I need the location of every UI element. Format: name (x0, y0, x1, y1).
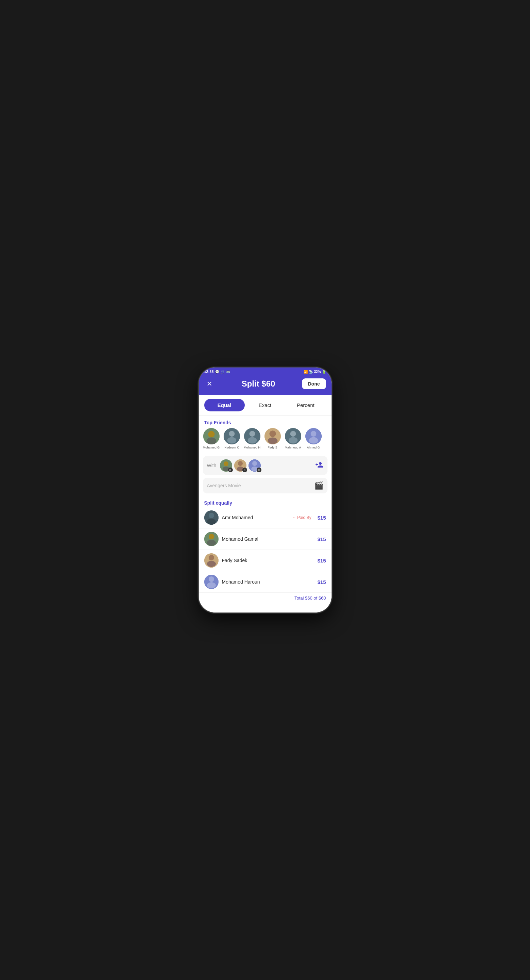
done-button[interactable]: Done (302, 379, 326, 389)
svg-point-32 (207, 540, 216, 546)
expense-field[interactable]: Avengers Movie 🎬 (203, 478, 328, 493)
tab-percent[interactable]: Percent (285, 399, 326, 411)
friend-name: Nadeem K (224, 446, 239, 449)
person-name: Amr Mohamed (222, 515, 289, 520)
avatar (204, 511, 218, 525)
top-friends-title: Top Friends (199, 416, 331, 428)
selected-person-1[interactable]: ✕ (220, 460, 232, 472)
paid-by-label: ← Paid By (292, 515, 311, 520)
header-title: Split $60 (242, 379, 275, 388)
total-label: Total $60 of $60 (294, 595, 326, 601)
remove-badge[interactable]: ✕ (242, 468, 247, 472)
svg-point-10 (269, 430, 276, 437)
selected-person-2[interactable]: ✕ (234, 460, 247, 472)
list-item[interactable]: Mahmoud A (285, 428, 302, 449)
arrow-left-icon: ← (292, 515, 296, 520)
avatar (224, 428, 240, 444)
person-amount: $15 (317, 536, 326, 542)
tab-equal[interactable]: Equal (204, 399, 245, 411)
whatsapp-icon: 💬 (215, 370, 219, 374)
svg-point-17 (309, 437, 318, 443)
vr-icon: 🥽 (226, 370, 230, 374)
list-item[interactable]: Nadeem K (223, 428, 240, 449)
remove-badge[interactable]: ✕ (228, 468, 233, 472)
total-footer: Total $60 of $60 (199, 593, 331, 605)
selected-person-3[interactable]: ✕ (248, 460, 261, 472)
remove-badge[interactable]: ✕ (257, 468, 261, 472)
person-amount: $15 (317, 515, 326, 520)
list-item[interactable]: Mohamed H (244, 428, 261, 449)
with-field[interactable]: With ✕ (203, 456, 328, 475)
wifi-icon: 📶 (304, 370, 308, 374)
avatar (204, 532, 218, 546)
person-name: Mohamed Haroun (222, 579, 312, 585)
content-area: Equal Exact Percent Top Friends (199, 395, 331, 612)
svg-point-25 (252, 461, 257, 466)
list-item[interactable]: Mohamed G (203, 428, 220, 449)
expense-placeholder: Avengers Movie (207, 483, 241, 488)
avatar (264, 428, 281, 444)
avatar (204, 553, 218, 568)
svg-point-35 (207, 561, 216, 567)
svg-point-7 (249, 431, 255, 437)
person-amount: $15 (317, 579, 326, 585)
status-left: 12:35 💬 🛒 🥽 (204, 369, 230, 374)
signal-icon: 📡 (309, 370, 313, 374)
svg-point-4 (229, 431, 234, 437)
svg-point-34 (208, 555, 214, 560)
person-name: Fady Sadek (222, 558, 312, 563)
avatar (244, 428, 260, 444)
svg-point-16 (310, 431, 316, 437)
avatar (204, 575, 218, 589)
battery-icon: 🔋 (322, 370, 326, 374)
svg-point-19 (224, 461, 228, 466)
svg-point-31 (208, 534, 214, 539)
person-name: Mohamed Gamal (222, 536, 312, 542)
avatar (285, 428, 301, 444)
status-bar: 12:35 💬 🛒 🥽 📶 📡 32% 🔋 (199, 368, 331, 375)
split-tabs: Equal Exact Percent (199, 395, 331, 416)
split-section-title: Split equally (199, 496, 331, 507)
avatar (203, 428, 220, 444)
friend-name: Mahmoud A (285, 446, 301, 449)
battery-level: 32% (314, 370, 321, 374)
svg-point-1 (208, 431, 215, 437)
avatar (306, 428, 322, 444)
tab-exact[interactable]: Exact (245, 399, 285, 411)
friends-row: Mohamed G Nadeem K (199, 428, 331, 453)
svg-point-29 (207, 519, 216, 525)
person-amount: $15 (317, 558, 326, 563)
status-time: 12:35 (204, 369, 214, 374)
svg-point-5 (227, 437, 236, 443)
header: ✕ Split $60 Done (199, 375, 331, 395)
table-row: Fady Sadek $15 (199, 550, 331, 571)
movie-icon: 🎬 (314, 481, 323, 490)
phone-screen: 12:35 💬 🛒 🥽 📶 📡 32% 🔋 ✕ Split $60 Done E… (199, 368, 331, 612)
top-friends-section: Top Friends Mohamed G (199, 416, 331, 453)
add-person-button[interactable] (315, 461, 323, 471)
svg-point-8 (247, 437, 256, 443)
list-item[interactable]: Fady S (264, 428, 281, 449)
friend-name: Mohamed G (203, 446, 220, 449)
table-row: Amr Mohamed ← Paid By $15 (199, 507, 331, 528)
table-row: Mohamed Haroun $15 (199, 571, 331, 593)
with-label: With (207, 463, 216, 468)
list-item[interactable]: Ahmed G (305, 428, 322, 449)
friend-name: Mohamed H (244, 446, 260, 449)
svg-point-28 (208, 513, 214, 518)
svg-point-11 (267, 438, 277, 444)
close-button[interactable]: ✕ (204, 380, 215, 388)
friend-name: Fady S (267, 446, 277, 449)
svg-point-13 (290, 431, 296, 437)
table-row: Mohamed Gamal $15 (199, 528, 331, 550)
svg-point-14 (288, 437, 297, 443)
cart-icon: 🛒 (221, 370, 224, 374)
svg-point-38 (207, 582, 216, 588)
friend-name: Ahmed G (307, 446, 320, 449)
phone-shell: 12:35 💬 🛒 🥽 📶 📡 32% 🔋 ✕ Split $60 Done E… (199, 368, 331, 612)
svg-point-37 (208, 576, 214, 582)
status-right: 📶 📡 32% 🔋 (304, 370, 326, 374)
svg-point-22 (238, 461, 243, 466)
